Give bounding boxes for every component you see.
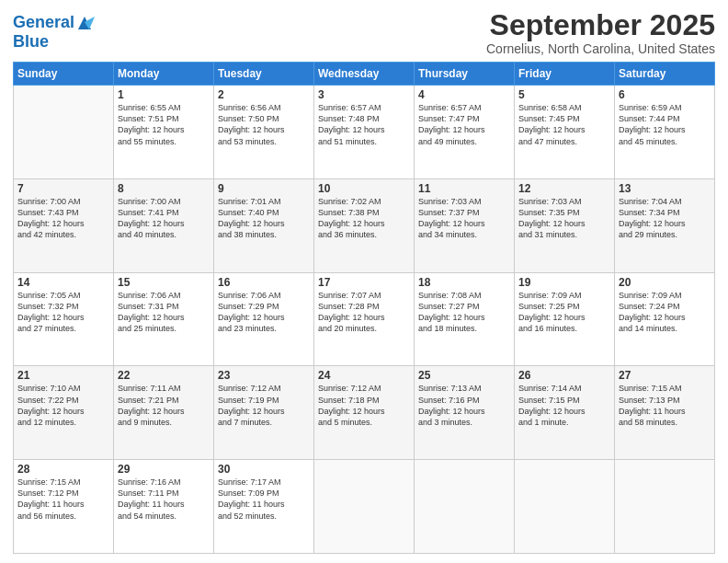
- day-info: Sunrise: 7:03 AM Sunset: 7:37 PM Dayligh…: [418, 196, 510, 241]
- col-wednesday: Wednesday: [314, 63, 415, 86]
- table-row: 4Sunrise: 6:57 AM Sunset: 7:47 PM Daylig…: [415, 86, 515, 179]
- day-info: Sunrise: 7:00 AM Sunset: 7:43 PM Dayligh…: [17, 196, 109, 241]
- col-saturday: Saturday: [615, 63, 715, 86]
- day-info: Sunrise: 7:14 AM Sunset: 7:15 PM Dayligh…: [518, 383, 610, 428]
- table-row: 8Sunrise: 7:00 AM Sunset: 7:41 PM Daylig…: [114, 178, 214, 272]
- day-number: 1: [118, 88, 210, 101]
- day-number: 13: [619, 182, 711, 195]
- table-row: 19Sunrise: 7:09 AM Sunset: 7:25 PM Dayli…: [515, 272, 615, 366]
- table-row: 11Sunrise: 7:03 AM Sunset: 7:37 PM Dayli…: [415, 178, 515, 272]
- col-monday: Monday: [114, 63, 214, 86]
- day-number: 25: [418, 369, 510, 382]
- day-info: Sunrise: 7:11 AM Sunset: 7:21 PM Dayligh…: [118, 383, 210, 428]
- day-info: Sunrise: 6:59 AM Sunset: 7:44 PM Dayligh…: [619, 102, 711, 147]
- table-row: 25Sunrise: 7:13 AM Sunset: 7:16 PM Dayli…: [415, 366, 515, 460]
- col-sunday: Sunday: [14, 63, 114, 86]
- header: General Blue September 2025 Cornelius, N…: [13, 9, 715, 56]
- day-info: Sunrise: 7:02 AM Sunset: 7:38 PM Dayligh…: [318, 196, 410, 241]
- calendar-week-row: 14Sunrise: 7:05 AM Sunset: 7:32 PM Dayli…: [14, 272, 715, 366]
- day-number: 15: [118, 276, 210, 289]
- calendar-week-row: 1Sunrise: 6:55 AM Sunset: 7:51 PM Daylig…: [14, 86, 715, 179]
- day-info: Sunrise: 6:57 AM Sunset: 7:48 PM Dayligh…: [318, 102, 410, 147]
- calendar-week-row: 28Sunrise: 7:15 AM Sunset: 7:12 PM Dayli…: [14, 460, 715, 554]
- day-info: Sunrise: 7:08 AM Sunset: 7:27 PM Dayligh…: [418, 290, 510, 335]
- day-info: Sunrise: 7:00 AM Sunset: 7:41 PM Dayligh…: [118, 196, 210, 241]
- day-info: Sunrise: 7:09 AM Sunset: 7:24 PM Dayligh…: [619, 290, 711, 335]
- table-row: 18Sunrise: 7:08 AM Sunset: 7:27 PM Dayli…: [415, 272, 515, 366]
- logo-icon: [74, 13, 95, 33]
- table-row: 17Sunrise: 7:07 AM Sunset: 7:28 PM Dayli…: [314, 272, 415, 366]
- table-row: [14, 86, 114, 179]
- day-info: Sunrise: 7:04 AM Sunset: 7:34 PM Dayligh…: [619, 196, 711, 241]
- day-info: Sunrise: 7:15 AM Sunset: 7:13 PM Dayligh…: [619, 383, 711, 428]
- table-row: 9Sunrise: 7:01 AM Sunset: 7:40 PM Daylig…: [214, 178, 314, 272]
- table-row: 13Sunrise: 7:04 AM Sunset: 7:34 PM Dayli…: [615, 178, 715, 272]
- table-row: 1Sunrise: 6:55 AM Sunset: 7:51 PM Daylig…: [114, 86, 214, 179]
- table-row: 23Sunrise: 7:12 AM Sunset: 7:19 PM Dayli…: [214, 366, 314, 460]
- table-row: [415, 460, 515, 554]
- day-number: 10: [318, 182, 410, 195]
- col-tuesday: Tuesday: [214, 63, 314, 86]
- day-number: 3: [318, 88, 410, 101]
- table-row: 22Sunrise: 7:11 AM Sunset: 7:21 PM Dayli…: [114, 366, 214, 460]
- table-row: 21Sunrise: 7:10 AM Sunset: 7:22 PM Dayli…: [14, 366, 114, 460]
- table-row: 28Sunrise: 7:15 AM Sunset: 7:12 PM Dayli…: [14, 460, 114, 554]
- day-number: 8: [118, 182, 210, 195]
- calendar-table: Sunday Monday Tuesday Wednesday Thursday…: [13, 62, 715, 554]
- table-row: [314, 460, 415, 554]
- table-row: [615, 460, 715, 554]
- table-row: 12Sunrise: 7:03 AM Sunset: 7:35 PM Dayli…: [515, 178, 615, 272]
- day-info: Sunrise: 7:12 AM Sunset: 7:18 PM Dayligh…: [318, 383, 410, 428]
- table-row: 6Sunrise: 6:59 AM Sunset: 7:44 PM Daylig…: [615, 86, 715, 179]
- calendar-header-row: Sunday Monday Tuesday Wednesday Thursday…: [14, 63, 715, 86]
- month-title: September 2025: [486, 9, 715, 41]
- table-row: 5Sunrise: 6:58 AM Sunset: 7:45 PM Daylig…: [515, 86, 615, 179]
- day-info: Sunrise: 7:17 AM Sunset: 7:09 PM Dayligh…: [218, 477, 310, 522]
- location: Cornelius, North Carolina, United States: [486, 41, 715, 56]
- day-number: 6: [619, 88, 711, 101]
- day-number: 14: [17, 276, 109, 289]
- table-row: 20Sunrise: 7:09 AM Sunset: 7:24 PM Dayli…: [615, 272, 715, 366]
- title-block: September 2025 Cornelius, North Carolina…: [486, 9, 715, 56]
- table-row: 2Sunrise: 6:56 AM Sunset: 7:50 PM Daylig…: [214, 86, 314, 179]
- day-number: 9: [218, 182, 310, 195]
- day-number: 29: [118, 463, 210, 476]
- table-row: 14Sunrise: 7:05 AM Sunset: 7:32 PM Dayli…: [14, 272, 114, 366]
- day-info: Sunrise: 7:06 AM Sunset: 7:29 PM Dayligh…: [218, 290, 310, 335]
- day-info: Sunrise: 7:09 AM Sunset: 7:25 PM Dayligh…: [518, 290, 610, 335]
- day-info: Sunrise: 7:10 AM Sunset: 7:22 PM Dayligh…: [17, 383, 109, 428]
- table-row: [515, 460, 615, 554]
- day-info: Sunrise: 7:15 AM Sunset: 7:12 PM Dayligh…: [17, 477, 109, 522]
- day-info: Sunrise: 7:16 AM Sunset: 7:11 PM Dayligh…: [118, 477, 210, 522]
- table-row: 15Sunrise: 7:06 AM Sunset: 7:31 PM Dayli…: [114, 272, 214, 366]
- page: General Blue September 2025 Cornelius, N…: [0, 0, 728, 563]
- table-row: 30Sunrise: 7:17 AM Sunset: 7:09 PM Dayli…: [214, 460, 314, 554]
- table-row: 27Sunrise: 7:15 AM Sunset: 7:13 PM Dayli…: [615, 366, 715, 460]
- day-info: Sunrise: 7:03 AM Sunset: 7:35 PM Dayligh…: [518, 196, 610, 241]
- day-number: 21: [17, 369, 109, 382]
- day-info: Sunrise: 7:07 AM Sunset: 7:28 PM Dayligh…: [318, 290, 410, 335]
- day-number: 4: [418, 88, 510, 101]
- table-row: 16Sunrise: 7:06 AM Sunset: 7:29 PM Dayli…: [214, 272, 314, 366]
- logo-text-line1: General: [13, 14, 74, 32]
- day-number: 26: [518, 369, 610, 382]
- table-row: 24Sunrise: 7:12 AM Sunset: 7:18 PM Dayli…: [314, 366, 415, 460]
- day-info: Sunrise: 7:01 AM Sunset: 7:40 PM Dayligh…: [218, 196, 310, 241]
- day-number: 12: [518, 182, 610, 195]
- day-info: Sunrise: 6:55 AM Sunset: 7:51 PM Dayligh…: [118, 102, 210, 147]
- day-number: 17: [318, 276, 410, 289]
- day-number: 11: [418, 182, 510, 195]
- table-row: 10Sunrise: 7:02 AM Sunset: 7:38 PM Dayli…: [314, 178, 415, 272]
- table-row: 29Sunrise: 7:16 AM Sunset: 7:11 PM Dayli…: [114, 460, 214, 554]
- day-info: Sunrise: 7:13 AM Sunset: 7:16 PM Dayligh…: [418, 383, 510, 428]
- day-number: 23: [218, 369, 310, 382]
- day-info: Sunrise: 6:58 AM Sunset: 7:45 PM Dayligh…: [518, 102, 610, 147]
- day-number: 22: [118, 369, 210, 382]
- day-number: 7: [17, 182, 109, 195]
- day-number: 28: [17, 463, 109, 476]
- day-info: Sunrise: 7:05 AM Sunset: 7:32 PM Dayligh…: [17, 290, 109, 335]
- table-row: 7Sunrise: 7:00 AM Sunset: 7:43 PM Daylig…: [14, 178, 114, 272]
- table-row: 26Sunrise: 7:14 AM Sunset: 7:15 PM Dayli…: [515, 366, 615, 460]
- calendar-week-row: 21Sunrise: 7:10 AM Sunset: 7:22 PM Dayli…: [14, 366, 715, 460]
- day-info: Sunrise: 6:56 AM Sunset: 7:50 PM Dayligh…: [218, 102, 310, 147]
